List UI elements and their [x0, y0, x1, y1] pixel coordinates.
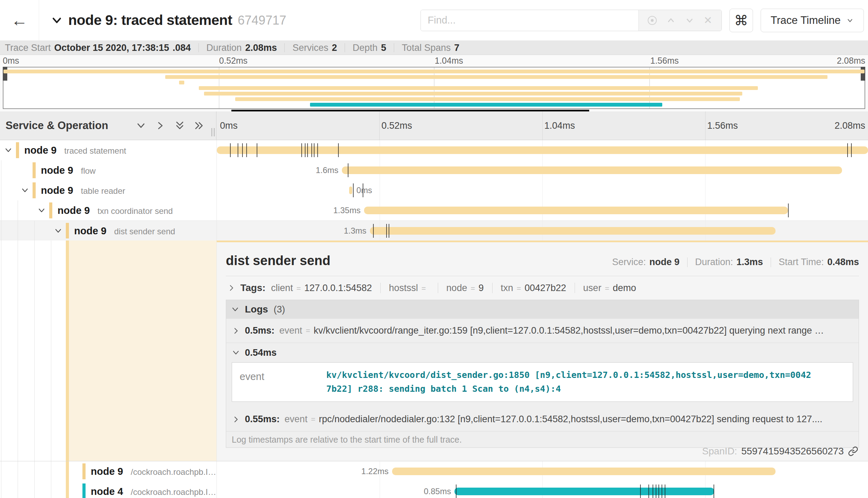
tag-item[interactable]: node=9 [446, 283, 484, 293]
span-row[interactable]: node 9traced statement [0, 140, 868, 160]
tags-row[interactable]: Tags: client=127.0.0.1:54582hostssl=node… [226, 282, 859, 293]
timeline-gridline [705, 180, 706, 200]
logs-header[interactable]: Logs (3) [226, 300, 859, 319]
log-marker-tick [851, 143, 852, 157]
minimap-right-drag-handle[interactable] [861, 67, 865, 81]
separator [771, 257, 771, 267]
minimap-left-drag-handle[interactable] [3, 67, 7, 81]
span-timeline-cell[interactable]: 1.22ms [216, 461, 868, 481]
timeline-gridline [542, 111, 543, 140]
equals-sign: = [471, 284, 475, 293]
span-duration-bar[interactable] [392, 468, 776, 475]
tree-guide-line [1, 481, 1, 498]
span-id-value: 5597415943526560273 [741, 446, 844, 457]
span-duration-bar[interactable] [370, 227, 776, 235]
tag-item[interactable]: txn=00427b22 [501, 283, 566, 293]
operation-name: table reader [81, 186, 125, 196]
separator [284, 43, 285, 52]
link-icon[interactable] [848, 446, 858, 456]
log-marker-tick [307, 143, 308, 157]
tree-guide-line [1, 221, 1, 241]
collapse-trace-chevron-icon[interactable] [51, 15, 63, 26]
log-marker-tick [648, 485, 649, 498]
separator [394, 43, 394, 52]
span-name-cell[interactable]: node 9table reader [0, 180, 216, 200]
summary-value: 5 [381, 43, 386, 53]
span-duration-bar[interactable] [349, 187, 352, 194]
span-name-cell[interactable]: node 9txn coordinator send [0, 200, 216, 220]
next-match-icon[interactable] [685, 16, 694, 25]
log-field-key: event [240, 368, 326, 396]
tag-item[interactable]: client=127.0.0.1:54582 [271, 283, 372, 293]
log-marker-tick [788, 203, 789, 217]
meta-value: 0.48ms [827, 257, 859, 268]
minimap-span-bar [310, 103, 662, 107]
span-name-cell[interactable]: node 9dist sender send [0, 221, 216, 241]
log-row[interactable]: 0.5ms:event=kv/kvclient/kvcoord/range_it… [226, 319, 859, 343]
span-name-cell[interactable]: node 9traced statement [0, 140, 216, 160]
separator [380, 283, 381, 293]
minimap-canvas[interactable] [3, 67, 865, 109]
clear-search-icon[interactable]: ✕ [703, 14, 712, 26]
span-row[interactable]: node 9dist sender send1.3ms [0, 220, 868, 241]
span-timeline-cell[interactable]: 0ms [216, 180, 868, 200]
expand-one-icon[interactable] [155, 120, 166, 131]
span-timeline-cell[interactable]: 0.85ms [216, 481, 868, 498]
find-input[interactable] [421, 10, 638, 31]
timeline-tick-label: 2.08ms [834, 120, 865, 131]
minimap-tick-labels: 0ms0.52ms1.04ms1.56ms2.08ms [3, 56, 865, 66]
span-duration-bar[interactable] [364, 207, 788, 214]
tag-key: node [446, 283, 467, 293]
service-name: node 9flow [41, 165, 96, 176]
keyboard-shortcuts-button[interactable]: ⌘ [729, 9, 753, 32]
equals-sign: = [306, 326, 310, 335]
separator [198, 43, 199, 52]
service-color-strip [16, 142, 19, 158]
logs-count: (3) [274, 304, 285, 315]
span-name-cell[interactable]: node 4/cockroach.roachpb.I… [0, 481, 216, 498]
page-title: node 9: traced statement [68, 12, 232, 28]
tag-item[interactable]: hostssl= [389, 283, 429, 293]
equals-sign: = [422, 284, 426, 293]
prev-match-icon[interactable] [666, 16, 676, 25]
span-timeline-cell[interactable]: 1.6ms [216, 160, 868, 180]
span-row[interactable]: node 9txn coordinator send1.35ms [0, 200, 868, 220]
span-row[interactable]: node 9table reader0ms [0, 180, 868, 200]
chevron-down-icon[interactable] [4, 146, 12, 154]
log-row-expanded-header[interactable]: 0.54ms [226, 343, 859, 362]
span-timeline-cell[interactable]: 1.3ms [216, 221, 868, 241]
span-row[interactable]: node 9flow1.6ms [0, 160, 868, 180]
collapse-all-icon[interactable] [175, 120, 185, 131]
span-duration-bar[interactable] [454, 488, 714, 495]
view-selector-button[interactable]: Trace Timeline [761, 9, 864, 32]
focus-match-icon[interactable] [648, 16, 657, 25]
tree-guide-line [1, 180, 1, 200]
tag-item[interactable]: user=demo [583, 283, 636, 293]
column-resize-grip[interactable] [211, 128, 215, 136]
span-duration-bar[interactable] [342, 166, 842, 174]
minimap-tick-label: 0ms [3, 56, 19, 66]
span-timeline-cell[interactable] [216, 140, 868, 160]
log-marker-tick [353, 183, 354, 197]
span-row[interactable]: node 9/cockroach.roachpb.I…1.22ms [0, 461, 868, 481]
span-row[interactable]: node 4/cockroach.roachpb.I…0.85ms [0, 481, 868, 498]
chevron-down-icon[interactable] [54, 227, 62, 235]
span-timeline-cell[interactable]: 1.35ms [216, 200, 868, 220]
log-marker-tick [305, 143, 305, 157]
expand-all-icon[interactable] [194, 120, 204, 131]
span-name-cell[interactable]: node 9/cockroach.roachpb.I… [0, 461, 216, 481]
span-duration-label: 1.22ms [361, 467, 389, 476]
summary-value: October 15 2020, 17:38:15 [54, 43, 169, 53]
back-button[interactable]: ← [0, 0, 39, 40]
command-icon: ⌘ [734, 12, 748, 28]
collapse-one-icon[interactable] [136, 120, 146, 131]
chevron-down-icon[interactable] [37, 206, 46, 215]
span-name-cell[interactable]: node 9flow [0, 160, 216, 180]
chevron-down-icon[interactable] [21, 186, 29, 194]
service-name: node 9/cockroach.roachpb.I… [91, 466, 216, 477]
meta-value: node 9 [649, 257, 680, 268]
summary-label: Duration [206, 43, 242, 53]
service-operation-header: Service & Operation [0, 111, 216, 140]
view-selector-label: Trace Timeline [771, 14, 841, 27]
log-row[interactable]: 0.55ms:event=rpc/nodedialer/nodedialer.g… [226, 407, 859, 432]
